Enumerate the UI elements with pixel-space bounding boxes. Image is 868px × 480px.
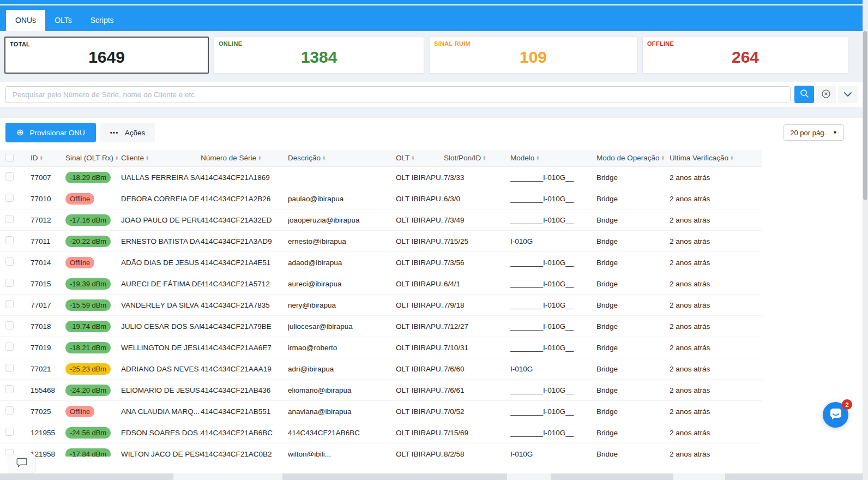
- cell-numero-serie: 414C434CF21A79BE: [201, 322, 288, 331]
- cell-modelo: ________I-010G__: [510, 301, 596, 309]
- table-row[interactable]: 77021 -25.23 dBm ADRIANO DAS NEVES ... 4…: [0, 358, 762, 380]
- tab-scripts[interactable]: Scripts: [81, 10, 123, 31]
- clear-search-button[interactable]: [816, 86, 836, 103]
- stat-card-online[interactable]: ONLINE 1384: [214, 37, 424, 74]
- table-row[interactable]: 155468 -24.20 dBm ELIOMARIO DE JESUS ...…: [0, 380, 762, 401]
- signal-badge: -18.29 dBm: [65, 172, 111, 183]
- table-row[interactable]: 77017 -15.59 dBm VANDERLEY DA SILVA ... …: [0, 295, 762, 316]
- cell-numero-serie: 414C434CF21AB6BC: [201, 429, 288, 437]
- cell-id: 77010: [31, 195, 65, 203]
- cell-id: 77011: [31, 237, 65, 245]
- row-checkbox[interactable]: [5, 428, 14, 436]
- cell-slot-pon-id: 7/3/56: [444, 259, 510, 267]
- speech-bubble-icon: [16, 458, 27, 470]
- cell-cliente: WILTON JACO DE PESO...: [121, 450, 201, 457]
- tab-olts[interactable]: OLTs: [45, 10, 81, 31]
- search-button[interactable]: [794, 86, 814, 103]
- table-row[interactable]: 77014 Offline ADÃO DIAS DE JESUS 414C434…: [0, 252, 762, 273]
- row-checkbox[interactable]: [5, 257, 14, 266]
- ellipsis-icon: •••: [110, 129, 119, 136]
- row-checkbox[interactable]: [5, 321, 14, 329]
- chevron-down-icon: [843, 91, 852, 99]
- row-checkbox[interactable]: [5, 406, 14, 415]
- cell-ultima-verificacao: 2 anos atrás: [670, 195, 762, 203]
- table-row[interactable]: 77015 -19.39 dBm AURECI DE FÁTIMA DE ...…: [0, 273, 762, 295]
- scrollbar-thumb[interactable]: [863, 31, 867, 200]
- column-header-ultima-verificacao[interactable]: Ultima Verificação▲▼: [670, 154, 762, 162]
- row-checkbox-cell: [5, 257, 31, 267]
- stat-card-sinal-ruim[interactable]: SINAL RUIM 109: [429, 37, 637, 74]
- cell-modo-operacao: Bridge: [596, 429, 670, 437]
- cell-id: 155468: [31, 386, 65, 394]
- cell-olt: OLT IBIRAPU...: [396, 365, 444, 373]
- row-checkbox-cell: [5, 215, 31, 225]
- cell-slot-pon-id: 7/3/33: [444, 173, 510, 182]
- cell-numero-serie: 414C434CF21AB551: [201, 407, 288, 416]
- row-checkbox[interactable]: [5, 279, 14, 287]
- row-checkbox[interactable]: [5, 215, 14, 223]
- row-checkbox[interactable]: [5, 172, 14, 181]
- cell-sinal: -17.16 dBm: [65, 214, 121, 226]
- cell-olt: OLT IBIRAPU...: [396, 195, 444, 203]
- cell-slot-pon-id: 7/0/52: [444, 407, 510, 416]
- row-checkbox[interactable]: [5, 194, 14, 202]
- per-page-select[interactable]: 20 por pág. ▼: [783, 124, 844, 141]
- table-row[interactable]: 121955 -24.56 dBm EDSON SOARES DOS S... …: [0, 422, 762, 443]
- cell-id: 77019: [31, 344, 65, 352]
- column-header-numero-serie[interactable]: Número de Série▲▼: [201, 154, 288, 162]
- cell-modelo: ________I-010G__: [510, 216, 596, 224]
- bottom-strip-segment: [507, 473, 551, 480]
- row-checkbox[interactable]: [5, 385, 14, 393]
- table-row[interactable]: 121958 -17.84 dBm WILTON JACO DE PESO...…: [0, 443, 762, 457]
- column-header-modelo[interactable]: Modelo▲▼: [510, 154, 596, 162]
- sort-icon: ▲▼: [258, 155, 261, 160]
- table-row[interactable]: 77007 -18.29 dBm UALLAS FERREIRA SAN... …: [0, 167, 762, 188]
- column-label: Modelo: [510, 154, 534, 162]
- row-checkbox[interactable]: [5, 343, 14, 351]
- clipped-bottom-strip: [0, 473, 863, 480]
- column-header-sinal[interactable]: Sinal (OLT Rx)▲▼: [65, 154, 121, 162]
- cell-sinal: -15.59 dBm: [65, 299, 121, 311]
- search-input[interactable]: [5, 86, 791, 103]
- actions-button[interactable]: ••• Ações: [100, 123, 155, 142]
- expand-filters-button[interactable]: [838, 86, 858, 103]
- table-row[interactable]: 77010 Offline DEBORA CORREIA DE ... 414C…: [0, 188, 762, 209]
- table-row[interactable]: 77011 -20.22 dBm ERNESTO BATISTA DA ... …: [0, 231, 762, 252]
- table-body: 77007 -18.29 dBm UALLAS FERREIRA SAN... …: [0, 167, 762, 457]
- table-row[interactable]: 77012 -17.16 dBm JOAO PAULO DE PERU... 4…: [0, 209, 762, 231]
- column-header-olt[interactable]: OLT▲▼: [396, 154, 444, 162]
- stat-card-offline[interactable]: OFFLINE 264: [642, 37, 848, 74]
- column-header-modo-operacao[interactable]: Modo de Operação▲▼: [596, 154, 670, 162]
- column-label: Número de Série: [201, 154, 256, 162]
- tab-onus[interactable]: ONUs: [6, 10, 45, 31]
- table-row[interactable]: 77018 -19.74 dBm JULIO CESAR DOS SAN... …: [0, 316, 762, 337]
- column-header-id[interactable]: ID▲▼: [31, 154, 65, 162]
- table-row[interactable]: 77019 -18.21 dBm WELLINGTON DE JESU... 4…: [0, 337, 762, 358]
- vertical-scrollbar[interactable]: [863, 0, 868, 480]
- row-checkbox[interactable]: [5, 364, 14, 372]
- row-checkbox[interactable]: [5, 300, 14, 308]
- column-header-descricao[interactable]: Descrição▲▼: [288, 154, 396, 162]
- cell-id: 121955: [31, 429, 65, 437]
- cell-descricao: adri@ibirapua: [288, 365, 396, 373]
- chat-widget-button[interactable]: 2: [823, 402, 848, 428]
- column-header-slot-pon-id[interactable]: Slot/Pon/ID▲▼: [444, 154, 510, 162]
- signal-badge: -24.56 dBm: [65, 427, 111, 439]
- stat-value: 1384: [219, 45, 419, 70]
- cell-descricao: paulao@ibirapua: [288, 195, 396, 203]
- cell-modo-operacao: Bridge: [596, 344, 670, 352]
- row-checkbox[interactable]: [5, 236, 14, 244]
- cell-modelo: I-010G: [510, 365, 596, 373]
- stat-value: 109: [434, 45, 632, 70]
- column-header-cliente[interactable]: Cliente▲▼: [121, 154, 201, 162]
- provision-onu-button[interactable]: ⊕ Provisionar ONU: [5, 123, 96, 142]
- table-row[interactable]: 77025 Offline ANA CLAUDIA MARQ... 414C43…: [0, 401, 762, 422]
- provision-onu-label: Provisionar ONU: [29, 129, 85, 137]
- cell-id: 121958: [31, 450, 65, 457]
- cell-olt: OLT IBIRAPU...: [396, 450, 444, 457]
- select-all-checkbox[interactable]: [5, 154, 14, 162]
- signal-badge: -17.84 dBm: [65, 448, 111, 457]
- stat-card-total[interactable]: TOTAL 1649: [4, 37, 209, 74]
- feedback-bubble-button[interactable]: [8, 454, 36, 473]
- cell-id: 77014: [31, 259, 65, 267]
